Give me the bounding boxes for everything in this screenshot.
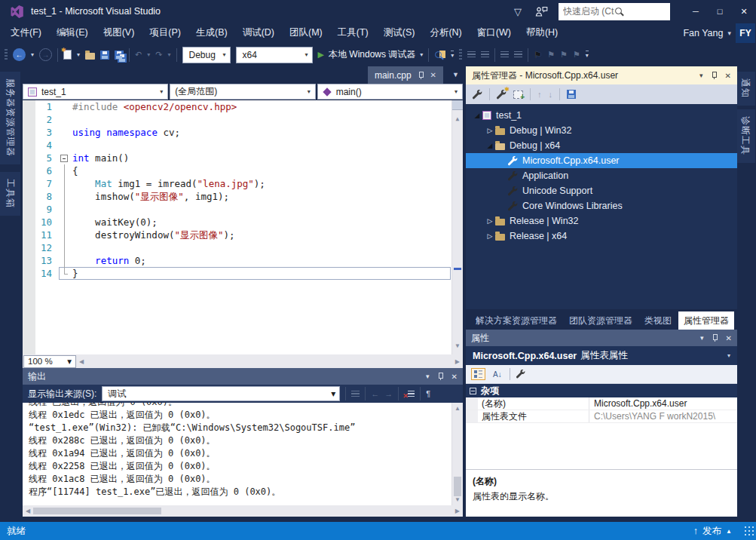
move-down-button[interactable]: ↓ <box>549 90 553 99</box>
splitter-handle[interactable] <box>452 100 463 110</box>
close-icon[interactable]: ✕ <box>725 72 731 80</box>
collapse-icon[interactable] <box>60 155 68 162</box>
scroll-left-icon[interactable]: ◀ <box>26 508 30 514</box>
toggle-word-wrap-button[interactable]: ¶ <box>426 389 430 398</box>
scroll-down-icon[interactable]: ▼ <box>456 337 460 354</box>
outlining-margin[interactable] <box>59 177 70 190</box>
solution-platform-combo[interactable]: x64 ▾ <box>236 47 313 63</box>
comment-button[interactable] <box>467 51 476 58</box>
quick-launch-search[interactable]: 快速启动 (Ctrl+Q) <box>559 3 670 20</box>
scrollbar-track[interactable] <box>452 127 463 337</box>
project-combo[interactable]: test_1 ▾ <box>23 84 168 100</box>
menu-item[interactable]: 调试(D) <box>235 23 282 43</box>
properties-button[interactable] <box>473 90 482 100</box>
save-button[interactable] <box>100 51 109 60</box>
debug-target-dropdown-icon[interactable]: ▾ <box>420 51 423 58</box>
tree-item[interactable]: Microsoft.Cpp.x64.user <box>466 153 737 168</box>
code-line[interactable]: 11 destroyWindow("显示图像"); <box>23 229 463 241</box>
property-manager-header[interactable]: 属性管理器 - Microsoft.Cpp.x64.user ▾ ✕ <box>466 66 737 84</box>
alphabetical-sort-button[interactable]: A↓ <box>491 369 503 380</box>
properties-panel-header[interactable]: 属性 ▾ ✕ <box>466 330 737 346</box>
scroll-up-icon[interactable]: ▲ <box>456 110 460 127</box>
add-existing-property-sheet-button[interactable] <box>513 91 523 99</box>
scrollbar-thumb[interactable] <box>33 508 161 514</box>
pin-icon[interactable] <box>710 71 718 80</box>
increase-indent-button[interactable] <box>514 51 522 58</box>
code-line[interactable]: 9 <box>23 203 463 216</box>
editor-vertical-scrollbar[interactable]: ▲ ▼ <box>451 100 463 354</box>
sidebar-tab[interactable]: 诊断工具 <box>735 109 755 163</box>
menu-item[interactable]: 帮助(H) <box>519 23 565 43</box>
property-pages-button[interactable] <box>516 370 525 379</box>
document-list-dropdown-icon[interactable]: ▼ <box>452 71 459 78</box>
minimize-button[interactable]: ─ <box>684 2 708 20</box>
toolbar-grip[interactable] <box>459 49 462 61</box>
tree-item[interactable]: ▷Release | x64 <box>466 229 737 244</box>
property-category-row[interactable]: 杂项 <box>466 384 737 397</box>
output-vertical-scrollbar[interactable]: ▲ ▼ <box>451 403 463 505</box>
scroll-down-icon[interactable]: ▼ <box>455 496 461 503</box>
pin-icon[interactable] <box>711 333 719 342</box>
menu-item[interactable]: 项目(P) <box>142 23 188 43</box>
code-line[interactable]: 14} <box>23 267 463 280</box>
code-line[interactable]: 7 Mat img1 = imread("lena.jpg"); <box>23 177 463 190</box>
save-all-button[interactable] <box>115 51 124 60</box>
tree-item[interactable]: Core Windows Libraries <box>466 198 737 213</box>
property-value[interactable]: C:\Users\YANG F workN2015\ <box>589 410 737 422</box>
undo-button[interactable]: ↶ <box>135 50 142 60</box>
panel-tab[interactable]: 解决方案资源管理器 <box>470 311 562 330</box>
menu-item[interactable]: 窗口(W) <box>470 23 519 43</box>
tree-item[interactable]: ▷Debug | Win32 <box>466 123 737 138</box>
menu-item[interactable]: 文件(F) <box>3 23 49 43</box>
code-line[interactable]: 10 waitKey(0); <box>23 216 463 229</box>
sidebar-tab[interactable]: 服务器资源管理器 <box>0 72 20 164</box>
outlining-margin[interactable] <box>59 126 70 139</box>
outlining-margin[interactable] <box>59 203 70 216</box>
next-bookmark-button[interactable]: ⚑ <box>560 50 568 60</box>
outlining-margin[interactable] <box>59 190 70 203</box>
code-line[interactable]: 4 <box>23 139 463 152</box>
scope-combo[interactable]: (全局范围) ▾ <box>170 84 315 100</box>
feedback-filter-icon[interactable]: ▽ <box>514 6 522 17</box>
selected-object-combo[interactable]: Microsoft.Cpp.x64.user 属性表属性 ▾ <box>466 346 737 365</box>
navigate-back-dropdown-icon[interactable]: ▾ <box>31 51 34 58</box>
outlining-margin[interactable] <box>59 139 70 152</box>
clear-all-output-button[interactable] <box>404 390 415 398</box>
code-line[interactable]: 13 return 0; <box>23 254 463 267</box>
window-position-dropdown-icon[interactable]: ▾ <box>700 334 704 342</box>
outlining-margin[interactable] <box>59 152 70 164</box>
editor-horizontal-scrollbar[interactable]: ◀ ▶ <box>76 358 463 365</box>
code-line[interactable]: 2 <box>23 113 463 126</box>
code-line[interactable]: 12 <box>23 241 463 254</box>
code-line[interactable]: 5int main() <box>23 152 463 164</box>
open-file-button[interactable] <box>85 53 95 60</box>
code-line[interactable]: 8 imshow("显示图像", img1); <box>23 190 463 203</box>
find-message-button[interactable] <box>351 391 360 397</box>
clear-bookmarks-button[interactable]: ⚑ <box>573 50 580 60</box>
property-row[interactable]: 属性表文件C:\Users\YANG F workN2015\ <box>466 410 737 423</box>
start-debugging-button[interactable]: ▶ 本地 Windows 调试器 ▾ <box>318 48 424 61</box>
navigate-forward-button[interactable]: → <box>39 48 52 61</box>
publish-button[interactable]: 发布 <box>702 525 721 538</box>
solution-configuration-combo[interactable]: Debug ▾ <box>182 47 231 63</box>
window-position-dropdown-icon[interactable]: ▾ <box>426 373 430 380</box>
attach-to-process-button[interactable] <box>434 50 445 60</box>
send-feedback-icon[interactable] <box>535 6 548 17</box>
menu-item[interactable]: 生成(B) <box>188 23 235 43</box>
pin-icon[interactable] <box>436 372 445 381</box>
tree-item[interactable]: ◢Debug | x64 <box>466 138 737 153</box>
window-position-dropdown-icon[interactable]: ▾ <box>699 72 703 79</box>
toolbar-grip[interactable] <box>5 49 8 61</box>
tree-item[interactable]: ◢test_1 <box>466 108 737 123</box>
menu-item[interactable]: 视图(V) <box>96 23 142 43</box>
output-source-combo[interactable]: 调试 ▾ <box>102 386 340 401</box>
next-message-button[interactable]: → <box>384 389 393 398</box>
outlining-margin[interactable] <box>59 254 70 267</box>
outlining-margin[interactable] <box>59 113 70 126</box>
scroll-up-icon[interactable]: ▲ <box>455 405 461 412</box>
redo-button[interactable]: ↷ <box>155 50 162 60</box>
sidebar-tab[interactable]: 工具箱 <box>0 172 20 216</box>
expander-icon[interactable]: ▷ <box>485 127 495 134</box>
member-combo[interactable]: main() ▾ <box>317 84 463 100</box>
menu-item[interactable]: 测试(S) <box>376 23 423 43</box>
